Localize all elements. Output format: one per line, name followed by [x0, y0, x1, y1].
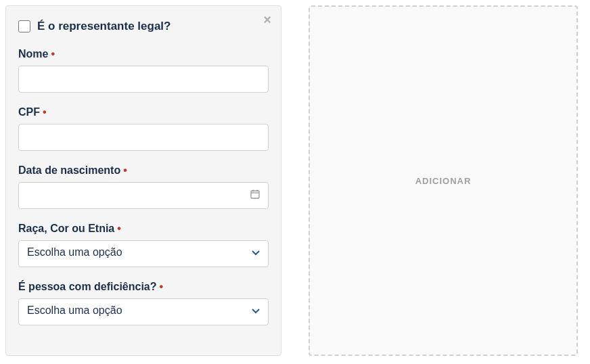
deficiencia-label-text: É pessoa com deficiência?: [18, 281, 157, 292]
cpf-label: CPF•: [18, 106, 269, 118]
form-panel: × É o representante legal? Nome• CPF• Da…: [5, 5, 281, 356]
deficiencia-label: É pessoa com deficiência?•: [18, 281, 269, 293]
required-indicator: •: [117, 223, 121, 234]
required-indicator: •: [123, 164, 127, 176]
legal-rep-checkbox[interactable]: [18, 20, 30, 32]
data-nascimento-label: Data de nascimento•: [18, 164, 269, 177]
add-panel[interactable]: ADICIONAR: [309, 5, 578, 356]
deficiencia-group: É pessoa com deficiência?• Escolha uma o…: [18, 281, 269, 325]
required-indicator: •: [160, 281, 164, 292]
required-indicator: •: [51, 48, 55, 60]
date-input-wrapper: [18, 182, 269, 209]
raca-select-wrapper: Escolha uma opção: [18, 240, 269, 267]
cpf-input[interactable]: [18, 124, 269, 151]
cpf-group: CPF•: [18, 106, 269, 151]
data-nascimento-group: Data de nascimento•: [18, 164, 269, 209]
add-label: ADICIONAR: [415, 176, 472, 186]
raca-select[interactable]: Escolha uma opção: [18, 240, 269, 267]
nome-label-text: Nome: [18, 48, 48, 60]
deficiencia-select-wrapper: Escolha uma opção: [18, 298, 269, 325]
close-icon[interactable]: ×: [263, 13, 271, 26]
legal-rep-row: É o representante legal?: [18, 20, 269, 33]
required-indicator: •: [43, 106, 47, 118]
nome-input[interactable]: [18, 66, 269, 93]
raca-label-text: Raça, Cor ou Etnia: [18, 223, 114, 234]
deficiencia-select[interactable]: Escolha uma opção: [18, 298, 269, 325]
cpf-label-text: CPF: [18, 106, 40, 118]
nome-label: Nome•: [18, 48, 269, 60]
raca-group: Raça, Cor ou Etnia• Escolha uma opção: [18, 223, 269, 267]
nome-group: Nome•: [18, 48, 269, 93]
raca-label: Raça, Cor ou Etnia•: [18, 223, 269, 235]
legal-rep-label[interactable]: É o representante legal?: [37, 20, 171, 33]
data-nascimento-input[interactable]: [18, 182, 269, 209]
data-nascimento-label-text: Data de nascimento: [18, 164, 120, 176]
